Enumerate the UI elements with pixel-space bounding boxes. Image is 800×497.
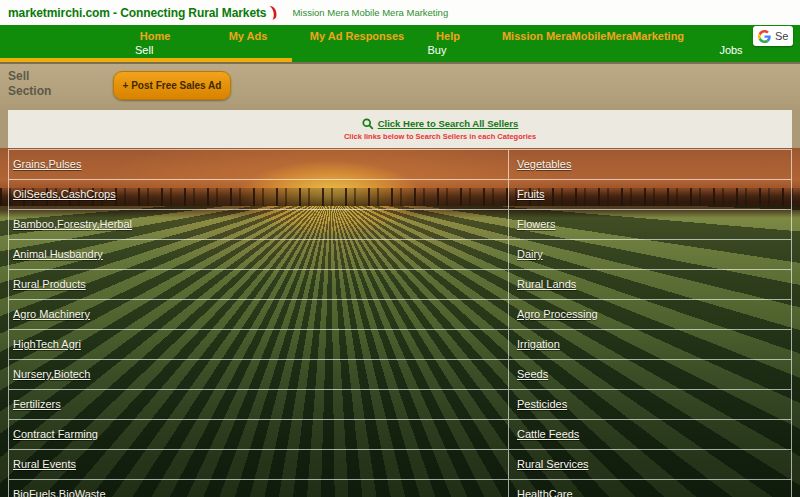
category-row: Animal Husbandry Dairy: [9, 240, 791, 270]
sell-section-title: Sell Section: [8, 69, 51, 99]
category-cell: Rural Events: [9, 450, 509, 479]
google-g-icon: [758, 30, 771, 43]
category-cell: OilSeeds,CashCrops: [9, 180, 509, 209]
top-header: marketmirchi.com - Connecting Rural Mark…: [0, 0, 800, 25]
search-all-sellers-link[interactable]: Click Here to Search All Sellers: [378, 118, 519, 129]
category-link-oilseeds-cashcrops[interactable]: OilSeeds,CashCrops: [13, 188, 116, 200]
category-link-healthcare[interactable]: HealthCare: [517, 488, 573, 497]
category-cell: Flowers: [509, 210, 791, 239]
category-row: Nursery,Biotech Seeds: [9, 360, 791, 390]
category-link-rural-products[interactable]: Rural Products: [13, 278, 86, 290]
category-link-rural-lands[interactable]: Rural Lands: [517, 278, 576, 290]
category-cell: Pesticides: [509, 390, 791, 419]
category-cell: Seeds: [509, 360, 791, 389]
category-link-animal-husbandry[interactable]: Animal Husbandry: [13, 248, 103, 260]
category-cell: Fruits: [509, 180, 791, 209]
site-logo[interactable]: marketmirchi.com - Connecting Rural Mark…: [8, 6, 266, 20]
category-search-notice: Click links below to Search Sellers in e…: [344, 132, 536, 141]
category-link-grains-pulses[interactable]: Grains,Pulses: [13, 158, 81, 170]
category-link-contract-farming[interactable]: Contract Farming: [13, 428, 98, 440]
category-cell: Contract Farming: [9, 420, 509, 449]
category-link-fruits[interactable]: Fruits: [517, 188, 545, 200]
google-search-box[interactable]: Se: [753, 26, 793, 46]
category-cell: Vegetables: [509, 150, 791, 179]
sell-section-title-line2: Section: [8, 84, 51, 99]
chili-icon: [268, 5, 278, 20]
category-cell: Bamboo,Forestry,Herbal: [9, 210, 509, 239]
category-cell: Nursery,Biotech: [9, 360, 509, 389]
category-link-cattle-feeds[interactable]: Cattle Feeds: [517, 428, 579, 440]
nav-item-home[interactable]: Home: [140, 30, 171, 42]
site-tagline: Mission Mera Mobile Mera Marketing: [292, 7, 448, 18]
sell-section-band: Sell Section + Post Free Sales Ad: [0, 64, 800, 110]
nav-item-my-ad-responses[interactable]: My Ad Responses: [310, 30, 404, 42]
category-cell: Animal Husbandry: [9, 240, 509, 269]
category-cell: Cattle Feeds: [509, 420, 791, 449]
category-link-hightech-agri[interactable]: HighTech Agri: [13, 338, 81, 350]
search-icon: [362, 118, 374, 130]
category-row: Rural Products Rural Lands: [9, 270, 791, 300]
category-link-pesticides[interactable]: Pesticides: [517, 398, 567, 410]
tab-jobs[interactable]: Jobs: [719, 44, 742, 56]
category-row: BioFuels,BioWaste HealthCare: [9, 480, 791, 497]
category-table: Grains,Pulses Vegetables OilSeeds,CashCr…: [8, 149, 792, 497]
nav-item-mission[interactable]: Mission MeraMobileMeraMarketing: [502, 30, 684, 42]
category-row: Grains,Pulses Vegetables: [9, 150, 791, 180]
nav-item-help[interactable]: Help: [436, 30, 460, 42]
category-cell: Agro Machinery: [9, 300, 509, 329]
category-link-agro-machinery[interactable]: Agro Machinery: [13, 308, 90, 320]
field-background: Grains,Pulses Vegetables OilSeeds,CashCr…: [0, 148, 800, 497]
nav-item-my-ads[interactable]: My Ads: [229, 30, 268, 42]
google-search-label: Se: [775, 30, 788, 42]
category-link-rural-events[interactable]: Rural Events: [13, 458, 76, 470]
category-row: Agro Machinery Agro Processing: [9, 300, 791, 330]
search-band: Click Here to Search All Sellers Click l…: [0, 110, 800, 148]
category-cell: Rural Services: [509, 450, 791, 479]
category-cell: Fertilizers: [9, 390, 509, 419]
category-link-flowers[interactable]: Flowers: [517, 218, 556, 230]
sell-section-title-line1: Sell: [8, 69, 51, 84]
category-cell: Dairy: [509, 240, 791, 269]
category-link-bamboo-forestry-herbal[interactable]: Bamboo,Forestry,Herbal: [13, 218, 132, 230]
active-tab-underline: [0, 58, 292, 62]
category-cell: Rural Lands: [509, 270, 791, 299]
category-row: Bamboo,Forestry,Herbal Flowers: [9, 210, 791, 240]
category-cell: Irrigation: [509, 330, 791, 359]
main-nav: Home My Ads My Ad Responses Help Mission…: [0, 25, 800, 62]
category-link-fertilizers[interactable]: Fertilizers: [13, 398, 61, 410]
category-link-rural-services[interactable]: Rural Services: [517, 458, 589, 470]
category-link-vegetables[interactable]: Vegetables: [517, 158, 571, 170]
category-cell: HealthCare: [509, 480, 791, 497]
category-link-nursery-biotech[interactable]: Nursery,Biotech: [13, 368, 90, 380]
category-link-dairy[interactable]: Dairy: [517, 248, 543, 260]
category-cell: Grains,Pulses: [9, 150, 509, 179]
category-link-seeds[interactable]: Seeds: [517, 368, 548, 380]
category-row: HighTech Agri Irrigation: [9, 330, 791, 360]
category-row: Rural Events Rural Services: [9, 450, 791, 480]
search-banner: Click Here to Search All Sellers Click l…: [8, 110, 792, 148]
category-row: Fertilizers Pesticides: [9, 390, 791, 420]
category-link-irrigation[interactable]: Irrigation: [517, 338, 560, 350]
category-row: Contract Farming Cattle Feeds: [9, 420, 791, 450]
category-cell: Rural Products: [9, 270, 509, 299]
tab-sell[interactable]: Sell: [135, 44, 153, 56]
category-link-agro-processing[interactable]: Agro Processing: [517, 308, 598, 320]
category-cell: BioFuels,BioWaste: [9, 480, 509, 497]
category-cell: HighTech Agri: [9, 330, 509, 359]
tab-buy[interactable]: Buy: [428, 44, 447, 56]
category-link-biofuels-biowaste[interactable]: BioFuels,BioWaste: [13, 488, 106, 497]
post-free-sales-ad-button[interactable]: + Post Free Sales Ad: [113, 71, 231, 100]
category-cell: Agro Processing: [509, 300, 791, 329]
category-row: OilSeeds,CashCrops Fruits: [9, 180, 791, 210]
